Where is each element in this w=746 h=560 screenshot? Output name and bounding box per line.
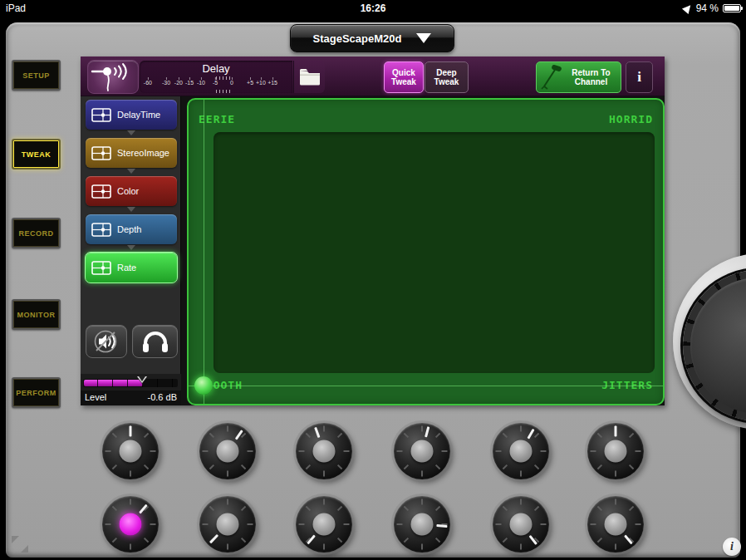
knob-tick bbox=[227, 426, 228, 432]
xy-puck[interactable] bbox=[194, 376, 213, 395]
xy-crosshair-horizontal bbox=[189, 386, 663, 386]
quick-tweak-button[interactable]: Quick Tweak bbox=[384, 61, 424, 93]
rotary-knob[interactable] bbox=[296, 423, 352, 479]
knob-cap bbox=[605, 513, 627, 536]
param-button-rate[interactable]: Rate bbox=[86, 253, 177, 282]
ios-status-bar: iPad 16:26 94 % bbox=[0, 0, 746, 17]
channel-source-button[interactable] bbox=[87, 60, 139, 94]
param-separator-arrow-icon bbox=[127, 245, 135, 250]
db-scale-label: +15 bbox=[267, 80, 277, 86]
preset-folder-button[interactable] bbox=[293, 61, 325, 93]
param-button-delaytime[interactable]: DelayTime bbox=[86, 100, 177, 130]
sidebar-item-record[interactable]: RECORD bbox=[12, 218, 61, 248]
knob-tick bbox=[209, 506, 214, 511]
knob-tick bbox=[306, 433, 311, 438]
db-scale-ticks-bottom bbox=[216, 90, 233, 93]
db-scale-label: -60 bbox=[144, 80, 152, 86]
knob-cap bbox=[605, 440, 627, 463]
param-label: Depth bbox=[117, 224, 141, 234]
speaker-muted-icon bbox=[92, 329, 120, 354]
xy-pad-icon bbox=[91, 223, 111, 237]
param-button-color[interactable]: Color bbox=[86, 176, 177, 206]
knob-tick bbox=[150, 523, 156, 525]
device-selector-dropdown[interactable]: StageScapeM20d bbox=[290, 24, 454, 52]
xy-tweak-pad[interactable]: EERIE HORRID SMOOTH JITTERS bbox=[187, 98, 665, 405]
resize-icon[interactable] bbox=[12, 536, 28, 553]
rotary-knob[interactable] bbox=[587, 496, 644, 553]
knob-tick bbox=[496, 523, 502, 525]
sidebar-item-tweak[interactable]: TWEAK bbox=[12, 139, 61, 169]
rotary-knob[interactable] bbox=[587, 423, 644, 479]
knob-tick bbox=[597, 538, 602, 543]
knob-tick bbox=[130, 471, 131, 477]
knob-tick bbox=[520, 471, 522, 477]
knob-tick bbox=[227, 499, 228, 505]
rotary-knob[interactable] bbox=[394, 496, 450, 553]
knob-tick bbox=[203, 523, 209, 525]
xy-pad-display bbox=[213, 132, 655, 373]
knob-cap bbox=[313, 513, 336, 536]
knob-tick bbox=[106, 523, 111, 525]
knob-tick bbox=[597, 464, 602, 469]
corner-label-top-right: HORRID bbox=[609, 113, 653, 125]
parameter-panel: DelayTimeStereoImageColorDepthRate bbox=[81, 96, 181, 405]
xy-crosshair-vertical bbox=[204, 100, 204, 404]
rotary-knob[interactable] bbox=[493, 423, 549, 479]
knob-tick bbox=[534, 506, 539, 511]
status-right: 94 % bbox=[684, 2, 741, 14]
microphone-icon bbox=[88, 61, 138, 93]
sidebar-item-perform[interactable]: PERFORM bbox=[12, 377, 61, 408]
knob-tick bbox=[248, 523, 253, 525]
knob-tick bbox=[227, 544, 228, 550]
rotary-knob[interactable] bbox=[394, 423, 450, 479]
param-button-stereoimage[interactable]: StereoImage bbox=[86, 138, 177, 168]
return-to-channel-button[interactable]: Return To Channel bbox=[536, 61, 621, 93]
rotary-knob[interactable] bbox=[296, 496, 352, 553]
knob-tick bbox=[541, 450, 547, 452]
param-separator-arrow-icon bbox=[127, 130, 135, 135]
fx-info-button[interactable]: i bbox=[626, 61, 653, 93]
knob-tick bbox=[344, 523, 350, 525]
knob-tick bbox=[241, 464, 246, 469]
db-scale-label: -20 bbox=[174, 80, 183, 86]
knob-tick bbox=[597, 433, 602, 438]
battery-icon bbox=[723, 4, 741, 12]
rotary-knob[interactable] bbox=[102, 423, 159, 479]
sidebar-item-setup[interactable]: SETUP bbox=[12, 60, 61, 91]
knob-tick bbox=[112, 464, 117, 469]
db-scale-label: -10 bbox=[197, 80, 205, 86]
knob-tick bbox=[503, 538, 508, 543]
app-info-button[interactable]: i bbox=[723, 538, 741, 556]
level-meter-ticks bbox=[83, 379, 178, 387]
db-scale-label: +5 bbox=[247, 80, 253, 86]
rotary-knob[interactable] bbox=[493, 496, 549, 553]
knob-tick bbox=[397, 523, 403, 525]
knob-tick bbox=[323, 544, 325, 550]
level-fader-handle[interactable] bbox=[137, 376, 147, 383]
knob-tick bbox=[615, 471, 616, 477]
level-meter[interactable] bbox=[83, 379, 178, 387]
knob-tick bbox=[404, 538, 409, 543]
knob-tick bbox=[435, 464, 440, 469]
param-separator-arrow-icon bbox=[127, 207, 135, 212]
knob-tick bbox=[209, 433, 214, 438]
param-button-depth[interactable]: Depth bbox=[86, 214, 177, 244]
speaker-mute-button[interactable] bbox=[86, 325, 127, 358]
headphones-button[interactable] bbox=[132, 325, 178, 358]
sidebar-item-monitor[interactable]: MONITOR bbox=[12, 299, 61, 330]
knob-tick bbox=[241, 506, 246, 511]
rotary-knob[interactable] bbox=[199, 496, 256, 553]
return-to-channel-label: Return To Channel bbox=[566, 68, 617, 87]
app-screen: iPad 16:26 94 % StageScapeM20d SETUPTWEA… bbox=[0, 0, 746, 560]
knob-cap bbox=[510, 440, 533, 463]
deep-tweak-button[interactable]: Deep Tweak bbox=[425, 61, 469, 93]
knob-cap bbox=[411, 440, 434, 463]
rotary-knob[interactable] bbox=[102, 496, 159, 553]
knob-tick bbox=[299, 450, 305, 452]
knob-tick bbox=[130, 499, 131, 505]
xy-pad-icon bbox=[91, 146, 111, 160]
xy-pad-icon bbox=[91, 261, 111, 275]
knob-cap bbox=[510, 513, 533, 536]
rotary-knob[interactable] bbox=[199, 423, 256, 479]
param-label: Color bbox=[117, 186, 139, 196]
